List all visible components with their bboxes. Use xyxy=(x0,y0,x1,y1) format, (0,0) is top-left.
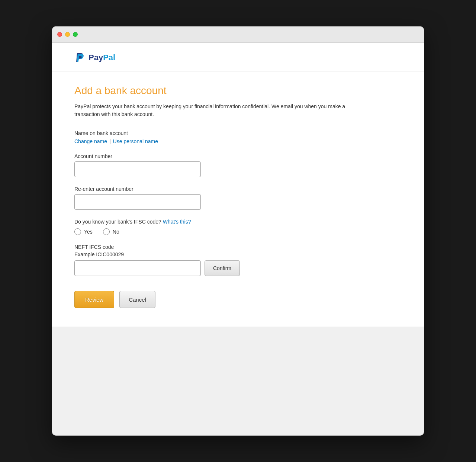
yes-label: Yes xyxy=(84,229,93,235)
review-button[interactable]: Review xyxy=(74,291,114,308)
change-name-link[interactable]: Change name xyxy=(74,138,107,144)
minimize-button[interactable] xyxy=(65,32,70,37)
reenter-section: Re-enter account number xyxy=(74,186,402,210)
ifsc-question-text: Do you know your bank's IFSC code? What'… xyxy=(74,219,402,225)
neft-input[interactable] xyxy=(74,260,201,276)
no-option[interactable]: No xyxy=(103,228,119,235)
no-label: No xyxy=(113,229,119,235)
name-label: Name on bank account xyxy=(74,130,402,136)
neft-example: Example ICIC000029 xyxy=(74,251,402,257)
reenter-input[interactable] xyxy=(74,194,201,210)
ifsc-question-label: Do you know your bank's IFSC code? xyxy=(74,219,161,225)
traffic-lights xyxy=(57,32,78,37)
use-personal-link[interactable]: Use personal name xyxy=(113,138,158,144)
paypal-p-icon xyxy=(74,52,86,64)
paypal-logo-text: PayPal xyxy=(89,53,115,62)
name-link-row: Change name | Use personal name xyxy=(74,138,402,144)
ifsc-question-section: Do you know your bank's IFSC code? What'… xyxy=(74,219,402,235)
close-button[interactable] xyxy=(57,32,62,37)
link-separator: | xyxy=(109,138,111,144)
paypal-pay-text: Pay xyxy=(89,53,103,62)
name-section: Name on bank account Change name | Use p… xyxy=(74,130,402,144)
yes-option[interactable]: Yes xyxy=(74,228,93,235)
whats-this-link[interactable]: What's this? xyxy=(163,219,191,225)
paypal-pal-text: Pal xyxy=(103,53,115,62)
ifsc-radio-group: Yes No xyxy=(74,228,402,235)
page-header: PayPal xyxy=(52,43,424,71)
ifsc-input-row: Confirm xyxy=(74,260,402,276)
confirm-button[interactable]: Confirm xyxy=(205,260,240,276)
browser-window: PayPal Add a bank account PayPal protect… xyxy=(52,26,424,436)
button-row: Review Cancel xyxy=(74,291,402,308)
neft-section: NEFT IFCS code Example ICIC000029 Confir… xyxy=(74,244,402,276)
yes-radio[interactable] xyxy=(74,228,81,235)
cancel-button[interactable]: Cancel xyxy=(119,291,155,308)
maximize-button[interactable] xyxy=(73,32,78,37)
paypal-logo: PayPal xyxy=(74,52,115,64)
titlebar xyxy=(52,26,424,43)
description-text: PayPal protects your bank account by kee… xyxy=(74,103,372,118)
no-radio[interactable] xyxy=(103,228,110,235)
reenter-label: Re-enter account number xyxy=(74,186,402,192)
account-number-label: Account number xyxy=(74,153,402,159)
form-area: Add a bank account PayPal protects your … xyxy=(52,71,424,327)
account-number-section: Account number xyxy=(74,153,402,177)
page-title: Add a bank account xyxy=(74,85,402,97)
neft-label: NEFT IFCS code xyxy=(74,244,402,250)
page-content: PayPal Add a bank account PayPal protect… xyxy=(52,43,424,327)
account-number-input[interactable] xyxy=(74,161,201,177)
